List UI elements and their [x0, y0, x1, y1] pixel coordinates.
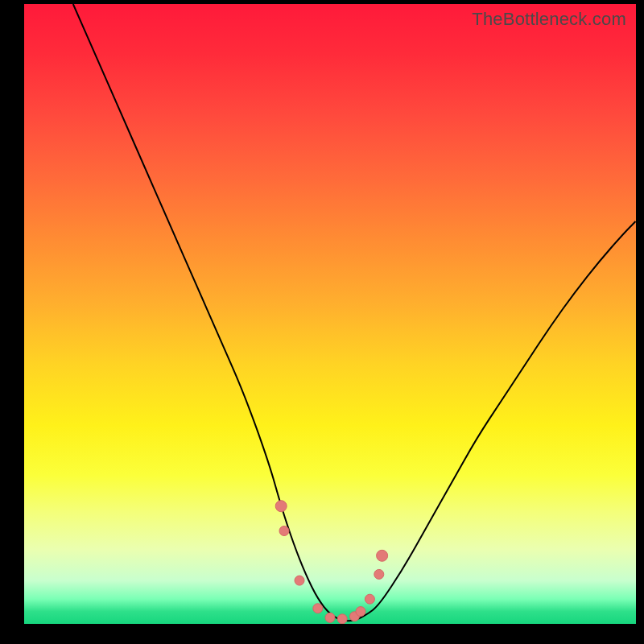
data-point — [279, 526, 289, 536]
data-points-group — [275, 501, 387, 624]
data-point — [377, 550, 388, 561]
data-point — [356, 607, 365, 617]
plot-area: TheBottleneck.com — [24, 4, 636, 624]
chart-frame: TheBottleneck.com — [0, 0, 644, 644]
data-point — [295, 576, 304, 585]
data-point — [365, 594, 374, 604]
data-point — [325, 613, 335, 622]
data-point — [313, 604, 323, 613]
bottleneck-chart — [24, 4, 636, 624]
data-point — [275, 501, 287, 512]
data-point — [374, 569, 384, 579]
data-point — [337, 614, 347, 624]
bottleneck-curve — [73, 4, 636, 621]
